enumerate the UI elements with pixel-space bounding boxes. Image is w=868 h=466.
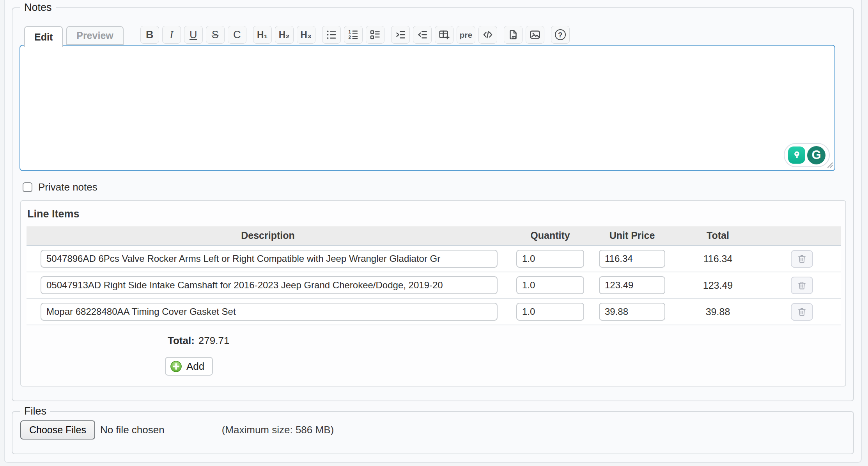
toolbar-group-inline: B I U S C bbox=[140, 26, 246, 44]
svg-text:2: 2 bbox=[348, 35, 351, 40]
code-block-icon bbox=[482, 29, 494, 41]
choose-files-button[interactable]: Choose Files bbox=[20, 420, 95, 440]
indent-button[interactable] bbox=[391, 26, 410, 44]
insert-image-button[interactable] bbox=[526, 26, 544, 44]
insert-image-icon bbox=[529, 29, 541, 41]
trash-icon bbox=[797, 280, 807, 291]
private-notes-checkbox[interactable] bbox=[23, 182, 32, 192]
notes-fieldset: Notes Edit Preview B I U S C H₁ H₂ H₃ bbox=[12, 2, 854, 401]
tab-preview[interactable]: Preview bbox=[66, 26, 124, 45]
delete-row-button[interactable] bbox=[791, 303, 813, 321]
notes-textarea[interactable] bbox=[19, 45, 835, 171]
unordered-list-button[interactable] bbox=[322, 26, 341, 44]
tab-edit[interactable]: Edit bbox=[24, 26, 63, 47]
task-list-icon bbox=[369, 29, 381, 41]
toolbar-group-help: ? bbox=[551, 26, 570, 44]
strikethrough-button[interactable]: S bbox=[206, 26, 225, 44]
line-items-header-row: Description Quantity Unit Price Total bbox=[27, 226, 841, 246]
row-total-value: 39.88 bbox=[673, 306, 763, 318]
unit-price-input[interactable] bbox=[599, 250, 665, 268]
unit-price-input[interactable] bbox=[599, 303, 665, 321]
grammarly-logo-icon[interactable]: G bbox=[807, 146, 825, 164]
underline-button[interactable]: U bbox=[184, 26, 203, 44]
insert-table-button[interactable] bbox=[435, 26, 453, 44]
indent-icon bbox=[395, 29, 406, 41]
description-input[interactable] bbox=[41, 303, 498, 321]
toolbar-group-media bbox=[504, 26, 544, 44]
code-block-button[interactable] bbox=[478, 26, 497, 44]
help-button[interactable]: ? bbox=[551, 26, 570, 44]
outdent-icon bbox=[416, 29, 428, 41]
add-button-label: Add bbox=[186, 360, 204, 372]
delete-row-button[interactable] bbox=[791, 277, 813, 294]
trash-icon bbox=[797, 307, 807, 317]
total-label: Total: bbox=[168, 335, 195, 346]
editor-tabbar: Edit Preview B I U S C H₁ H₂ H₃ bbox=[24, 25, 846, 45]
notes-legend: Notes bbox=[20, 2, 56, 14]
svg-text:1: 1 bbox=[348, 29, 351, 35]
line-items-heading: Line Items bbox=[27, 208, 841, 220]
italic-button[interactable]: I bbox=[162, 26, 181, 44]
bold-button[interactable]: B bbox=[140, 26, 159, 44]
quantity-input[interactable] bbox=[516, 303, 584, 321]
quantity-input[interactable] bbox=[516, 276, 584, 294]
private-notes-row: Private notes bbox=[23, 181, 846, 193]
unordered-list-icon bbox=[326, 29, 337, 41]
line-item-row: 116.34 bbox=[27, 246, 841, 272]
line-item-row: 123.49 bbox=[27, 272, 841, 299]
help-icon: ? bbox=[555, 29, 566, 40]
line-item-row: 39.88 bbox=[27, 299, 841, 325]
files-legend: Files bbox=[20, 405, 50, 417]
add-line-item-button[interactable]: Add bbox=[165, 357, 213, 376]
heading1-button[interactable]: H₁ bbox=[253, 26, 272, 44]
column-header-quantity: Quantity bbox=[509, 230, 591, 241]
notes-editor: G bbox=[19, 45, 835, 171]
row-total-value: 116.34 bbox=[673, 253, 763, 265]
files-fieldset: Files Choose Files No file chosen (Maxim… bbox=[12, 405, 854, 454]
file-upload-row: Choose Files No file chosen (Maximum siz… bbox=[20, 420, 846, 440]
max-size-text: (Maximum size: 586 MB) bbox=[222, 424, 334, 436]
ordered-list-icon: 1 2 bbox=[347, 29, 359, 41]
attach-file-icon bbox=[507, 29, 519, 41]
file-status-text: No file chosen bbox=[100, 424, 165, 436]
insert-table-icon bbox=[438, 29, 450, 41]
heading3-button[interactable]: H₃ bbox=[297, 26, 315, 44]
trash-icon bbox=[797, 254, 807, 264]
private-notes-label: Private notes bbox=[38, 181, 97, 193]
line-items-table: Description Quantity Unit Price Total 11… bbox=[27, 226, 841, 325]
toolbar-group-lists: 1 2 bbox=[322, 26, 384, 44]
column-header-unit-price: Unit Price bbox=[591, 230, 673, 241]
total-value: 279.71 bbox=[198, 335, 230, 346]
line-items-panel: Line Items Description Quantity Unit Pri… bbox=[20, 200, 846, 387]
form-panel: Notes Edit Preview B I U S C H₁ H₂ H₃ bbox=[4, 0, 862, 463]
line-items-total: Total:279.71 bbox=[168, 335, 841, 347]
column-header-total: Total bbox=[673, 230, 763, 241]
task-list-button[interactable] bbox=[366, 26, 384, 44]
inline-code-button[interactable]: C bbox=[228, 26, 246, 44]
unit-price-input[interactable] bbox=[599, 276, 665, 294]
outdent-button[interactable] bbox=[413, 26, 432, 44]
column-header-description: Description bbox=[27, 230, 509, 241]
toolbar-group-headings: H₁ H₂ H₃ bbox=[253, 26, 315, 44]
delete-row-button[interactable] bbox=[791, 250, 813, 268]
description-input[interactable] bbox=[41, 276, 498, 294]
row-total-value: 123.49 bbox=[673, 280, 763, 291]
grammarly-suggestion-icon[interactable] bbox=[788, 147, 805, 164]
grammarly-widget: G bbox=[784, 143, 830, 167]
attach-file-button[interactable] bbox=[504, 26, 523, 44]
add-icon bbox=[170, 360, 182, 372]
pre-button[interactable]: pre bbox=[457, 26, 475, 44]
heading2-button[interactable]: H₂ bbox=[275, 26, 294, 44]
description-input[interactable] bbox=[41, 250, 498, 268]
ordered-list-button[interactable]: 1 2 bbox=[344, 26, 363, 44]
quantity-input[interactable] bbox=[516, 250, 584, 268]
toolbar-group-blocks: pre bbox=[391, 26, 497, 44]
